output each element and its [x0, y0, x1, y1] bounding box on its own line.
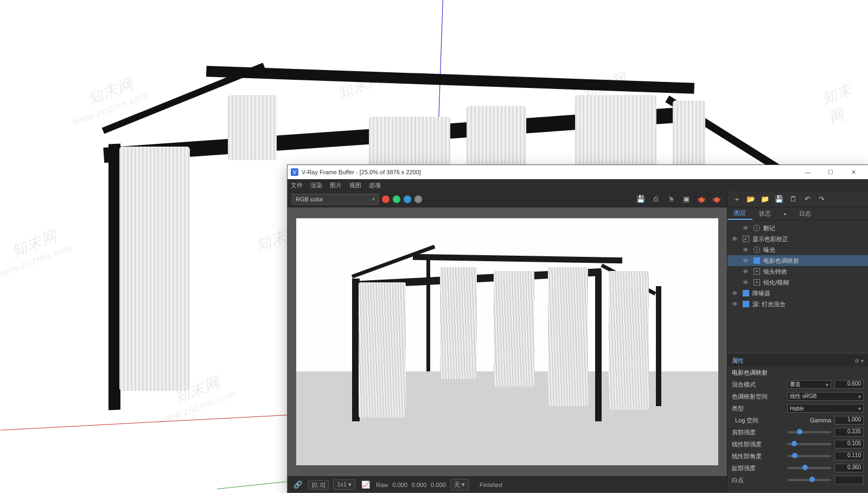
teapot-render-icon[interactable]: 🫖	[695, 193, 707, 205]
layer-label: 降噪器	[752, 289, 770, 298]
teapot-rt-icon[interactable]: 🫖	[711, 193, 723, 205]
save-plus-icon[interactable]: ⎙	[650, 193, 662, 205]
visibility-icon[interactable]: 👁	[732, 290, 739, 296]
minimize-button[interactable]: —	[796, 165, 819, 179]
layer-label: 锐化/模糊	[763, 279, 789, 287]
channel-g-icon[interactable]	[393, 195, 400, 203]
prop-value[interactable]: 0.105	[834, 440, 864, 448]
layer-item[interactable]: 👁镜头特效	[727, 266, 868, 277]
status-g: 0.000	[412, 482, 427, 488]
prop-label: 肩部强度	[732, 428, 784, 437]
prop-value[interactable]: 0.600	[834, 380, 864, 389]
channel-b-icon[interactable]	[404, 195, 411, 203]
menu-render[interactable]: 渲染	[310, 181, 322, 189]
list-icon[interactable]: 🗒	[787, 193, 799, 205]
layer-item[interactable]: 👁锐化/模糊	[727, 277, 868, 288]
close-button[interactable]: ✕	[842, 165, 865, 179]
undo-icon[interactable]: ↶	[801, 193, 813, 205]
prop-value[interactable]: 0.235	[834, 428, 864, 437]
layer-type-icon	[754, 268, 760, 275]
menu-image[interactable]: 图片	[330, 181, 342, 189]
layer-item[interactable]: 👁降噪器	[727, 288, 868, 299]
vray-frame-buffer-window[interactable]: V V-Ray Frame Buffer - [25.0% of 3876 x …	[287, 165, 868, 493]
render-state: Finished	[480, 482, 502, 488]
layer-item[interactable]: 👁电影色调映射	[727, 255, 868, 266]
link-icon[interactable]: 🔗	[292, 479, 304, 491]
status-b: 0.000	[431, 482, 446, 488]
gamma-label: Gamma	[810, 417, 831, 424]
layer-label: 曝光	[763, 246, 775, 254]
watermark: 知末网	[819, 75, 868, 129]
prop-label: 混合模式	[732, 381, 784, 389]
save-preset-icon[interactable]: 📁	[759, 193, 771, 205]
layer-item[interactable]: 👁显示色彩校正	[727, 233, 868, 244]
prop-value[interactable]: 1.000	[834, 416, 864, 425]
menu-view[interactable]: 视图	[349, 181, 361, 189]
visibility-icon[interactable]: 👁	[743, 268, 750, 275]
tab-log[interactable]: 日志	[793, 207, 818, 220]
status-r: 0.000	[392, 482, 407, 488]
curve-icon[interactable]: 📈	[360, 479, 372, 491]
layer-type-icon	[754, 225, 760, 231]
prop-value[interactable]: 0.110	[834, 452, 864, 460]
alpha-select[interactable]: 无 ▾	[450, 479, 469, 490]
pointer-icon[interactable]: 🖱	[665, 193, 677, 205]
window-title: V-Ray Frame Buffer - [25.0% of 3876 x 22…	[302, 169, 421, 175]
redo-icon[interactable]: ↷	[815, 193, 827, 205]
prop-value[interactable]: 0.360	[834, 464, 864, 472]
menu-file[interactable]: 文件	[291, 181, 303, 189]
tab-status[interactable]: 状态	[752, 207, 777, 220]
layer-type-icon	[754, 257, 760, 264]
prop-row: Log 空间Gamma1.000	[727, 414, 868, 426]
prop-slider[interactable]	[787, 455, 831, 457]
props-title: 属性	[732, 357, 744, 365]
open-icon[interactable]: 📂	[745, 193, 757, 205]
prop-row: 肩部强度0.235	[727, 426, 868, 438]
maximize-button[interactable]: ☐	[819, 165, 842, 179]
props-gear-icon[interactable]: ⚙ ▾	[854, 358, 864, 364]
prop-select[interactable]: Hable ▾	[787, 404, 864, 413]
cursor-coords: [0, 0]	[308, 480, 329, 490]
prop-select[interactable]: 覆盖 ▾	[787, 380, 831, 389]
channel-r-icon[interactable]	[382, 195, 390, 203]
visibility-icon[interactable]: 👁	[732, 301, 739, 307]
side-toolbar: ＋ 📂 📁 💾 🗒 ↶ ↷	[727, 191, 868, 207]
tab-layers[interactable]: 图层	[727, 207, 752, 220]
zoom-select[interactable]: 1x1 ▾	[333, 479, 355, 490]
channel-mono-icon[interactable]	[414, 195, 422, 203]
prop-select[interactable]: 线性 sRGB ▾	[787, 392, 864, 401]
layer-label: 翻记	[763, 224, 775, 232]
prop-label: 白点	[732, 476, 784, 484]
render-image	[296, 218, 718, 465]
layer-item[interactable]: 👁翻记	[727, 223, 868, 233]
add-layer-icon[interactable]: ＋	[731, 193, 743, 205]
layer-item[interactable]: 👁曝光	[727, 244, 868, 255]
window-titlebar[interactable]: V V-Ray Frame Buffer - [25.0% of 3876 x …	[288, 165, 868, 179]
save-icon[interactable]: 💾	[635, 193, 647, 205]
layer-type-icon	[754, 246, 760, 253]
menu-options[interactable]: 选项	[369, 181, 381, 189]
channel-select[interactable]: RGB color▾	[292, 194, 379, 205]
prop-slider[interactable]	[787, 467, 831, 469]
prop-slider[interactable]	[787, 479, 831, 481]
layer-item[interactable]: 👁源: 灯光混合	[727, 299, 868, 309]
visibility-icon[interactable]: 👁	[743, 279, 750, 286]
visibility-icon[interactable]: 👁	[743, 225, 750, 231]
prop-row: 类型Hable ▾	[727, 402, 868, 414]
prop-slider[interactable]	[787, 431, 831, 433]
layer-label: 电影色调映射	[763, 257, 799, 265]
render-viewport[interactable]	[288, 207, 727, 476]
region-icon[interactable]: ▣	[680, 193, 692, 205]
visibility-icon[interactable]: 👁	[743, 257, 750, 264]
visibility-icon[interactable]: 👁	[743, 246, 750, 253]
layer-label: 源: 灯光混合	[752, 300, 786, 308]
side-tabs: 图层 状态 • 日志	[727, 207, 868, 220]
layer-label: 显示色彩校正	[752, 235, 788, 243]
layer-type-icon	[743, 236, 749, 242]
save-preset2-icon[interactable]: 💾	[773, 193, 785, 205]
visibility-icon[interactable]: 👁	[732, 236, 739, 242]
prop-value[interactable]	[834, 476, 864, 484]
prop-slider[interactable]	[787, 443, 831, 445]
prop-label: Log 空间	[735, 416, 787, 425]
side-panel: ＋ 📂 📁 💾 🗒 ↶ ↷ 图层 状态 • 日志 👁翻记👁显示色彩校正👁曝光👁电…	[727, 191, 868, 492]
